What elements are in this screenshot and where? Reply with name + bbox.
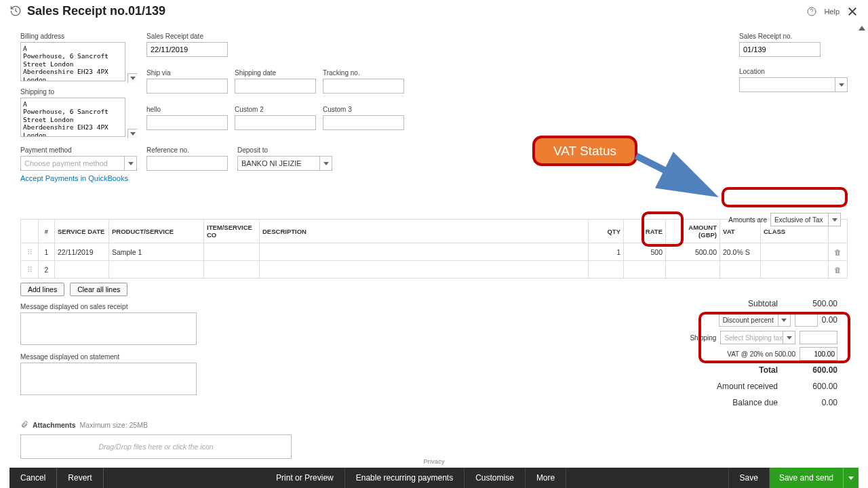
location-label: Location: [739, 68, 848, 75]
cell-rate[interactable]: 500: [624, 243, 666, 261]
receipt-no-label: Sales Receipt no.: [739, 33, 848, 40]
cell-vat[interactable]: 20.0% S: [720, 243, 761, 261]
custom1-label: hello: [146, 106, 228, 113]
line-items-table: # SERVICE DATE PRODUCT/SERVICE ITEM/SERV…: [20, 219, 848, 279]
shipping-tax-select[interactable]: Select Shipping tax: [720, 331, 795, 344]
cell-description[interactable]: [260, 261, 589, 279]
col-item-code: ITEM/SERVICE CO: [204, 220, 260, 243]
col-rate: RATE: [624, 220, 666, 243]
msg-receipt-input[interactable]: [20, 312, 197, 345]
custom2-input[interactable]: [235, 115, 316, 130]
drag-handle-icon[interactable]: ⠿: [21, 243, 39, 261]
discount-amount: 0.00: [822, 315, 837, 325]
table-row[interactable]: ⠿122/11/2019Sample 11500500.0020.0% S🗑: [21, 243, 848, 261]
receipt-no-input[interactable]: [739, 42, 821, 57]
shipping-to-input[interactable]: [20, 98, 125, 137]
amounts-are-label: Amounts are: [728, 216, 767, 224]
attachments-label: Attachments: [33, 421, 76, 429]
drag-handle-icon[interactable]: ⠿: [21, 261, 39, 279]
receipt-date-label: Sales Receipt date: [146, 33, 228, 40]
table-row[interactable]: ⠿2🗑: [21, 261, 848, 279]
cell-rate[interactable]: [624, 261, 666, 279]
custom2-label: Custom 2: [235, 106, 316, 113]
cell-product[interactable]: Sample 1: [109, 243, 204, 261]
cell-service-date[interactable]: [55, 261, 109, 279]
attachments-max: Maximum size: 25MB: [80, 421, 148, 429]
shipping-date-input[interactable]: [235, 79, 316, 94]
discount-percent-input[interactable]: [795, 313, 818, 327]
col-product: PRODUCT/SERVICE: [109, 220, 204, 243]
msg-receipt-label: Message displayed on sales receipt: [20, 303, 197, 310]
cell-item-code[interactable]: [204, 261, 260, 279]
save-and-send-dropdown[interactable]: [844, 476, 859, 480]
amounts-are-value: Exclusive of Tax: [774, 216, 823, 224]
help-button[interactable]: [806, 6, 817, 17]
total-value: 600.00: [786, 365, 837, 375]
cell-product[interactable]: [109, 261, 204, 279]
revert-button[interactable]: Revert: [57, 468, 103, 488]
help-label[interactable]: Help: [824, 7, 840, 16]
print-preview-button[interactable]: Print or Preview: [265, 468, 345, 488]
amounts-are-select[interactable]: Exclusive of Tax: [770, 213, 841, 226]
cell-qty[interactable]: [589, 261, 624, 279]
cell-class[interactable]: [761, 261, 829, 279]
close-button[interactable]: [846, 5, 859, 18]
payment-method-select[interactable]: Choose payment method: [20, 156, 137, 171]
cancel-button[interactable]: Cancel: [9, 468, 57, 488]
deposit-to-label: Deposit to: [237, 146, 332, 154]
cell-amount[interactable]: 500.00: [666, 243, 720, 261]
deposit-to-select[interactable]: BANKO NI JEIZIE: [237, 156, 332, 171]
custom3-label: Custom 3: [323, 106, 404, 113]
cell-num: 1: [39, 243, 55, 261]
col-qty: QTY: [589, 220, 624, 243]
billing-address-input[interactable]: [20, 42, 125, 81]
shipping-to-expand[interactable]: [127, 129, 137, 138]
discount-type-select[interactable]: Discount percent: [719, 313, 791, 327]
cell-description[interactable]: [260, 243, 589, 261]
trash-icon[interactable]: 🗑: [829, 243, 848, 261]
deposit-to-value: BANKO NI JEIZIE: [241, 159, 302, 167]
shipping-tax-placeholder: Select Shipping tax: [724, 334, 783, 342]
enable-recurring-button[interactable]: Enable recurring payments: [345, 468, 465, 488]
add-lines-button[interactable]: Add lines: [20, 283, 64, 296]
balance-due-value: 0.00: [786, 398, 837, 407]
accept-payments-link[interactable]: Accept Payments in QuickBooks: [20, 171, 137, 182]
more-button[interactable]: More: [526, 468, 566, 488]
location-select[interactable]: [739, 77, 848, 92]
reference-no-input[interactable]: [146, 156, 228, 171]
tracking-no-label: Tracking no.: [323, 69, 404, 77]
save-and-send-button[interactable]: Save and send: [770, 468, 859, 488]
msg-statement-input[interactable]: [20, 363, 197, 395]
vat-amount-input[interactable]: [800, 347, 837, 361]
cell-service-date[interactable]: 22/11/2019: [55, 243, 109, 261]
clear-lines-button[interactable]: Clear all lines: [70, 283, 127, 296]
col-description: DESCRIPTION: [260, 220, 589, 243]
billing-address-expand[interactable]: [127, 73, 137, 83]
trash-icon[interactable]: 🗑: [829, 261, 848, 279]
receipt-date-input[interactable]: [146, 42, 228, 57]
amount-received-value: 600.00: [786, 382, 837, 391]
privacy-link[interactable]: Privacy: [0, 458, 868, 465]
ship-via-input[interactable]: [146, 79, 228, 94]
shipping-amount-input[interactable]: [800, 331, 837, 344]
custom3-input[interactable]: [323, 115, 404, 130]
cell-qty[interactable]: 1: [589, 243, 624, 261]
attachments-dropzone[interactable]: Drag/Drop files here or click the icon: [20, 434, 292, 459]
cell-amount[interactable]: [666, 261, 720, 279]
annotation-callout: VAT Status: [532, 136, 637, 166]
paperclip-icon: [20, 420, 28, 430]
cell-class[interactable]: [761, 243, 829, 261]
save-button[interactable]: Save: [728, 468, 770, 488]
cell-num: 2: [39, 261, 55, 279]
shipping-to-label: Shipping to: [20, 88, 137, 96]
subtotal-label: Subtotal: [661, 299, 786, 308]
cell-item-code[interactable]: [204, 243, 260, 261]
customise-button[interactable]: Customise: [465, 468, 526, 488]
custom1-input[interactable]: [146, 115, 228, 130]
balance-due-label: Balance due: [661, 398, 786, 407]
ship-via-label: Ship via: [146, 69, 228, 77]
tracking-no-input[interactable]: [323, 79, 404, 94]
cell-vat[interactable]: [720, 261, 761, 279]
history-icon[interactable]: [9, 5, 22, 18]
shipping-date-label: Shipping date: [235, 69, 316, 77]
